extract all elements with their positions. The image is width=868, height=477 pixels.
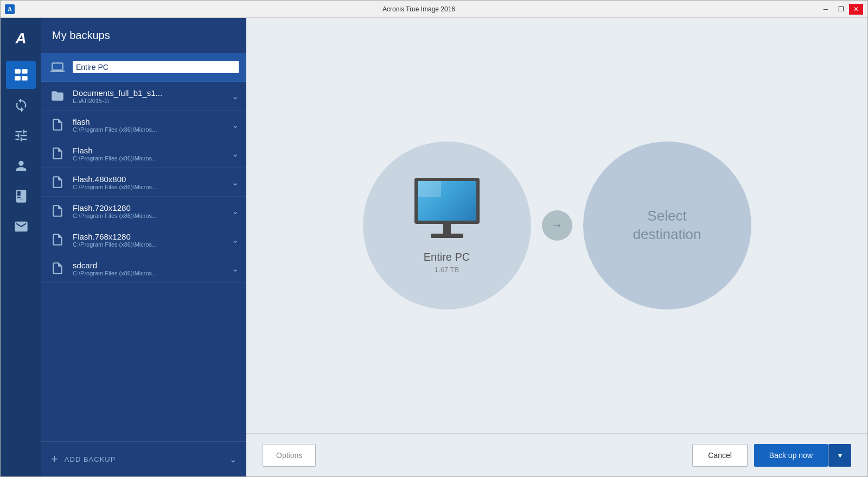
add-backup-button[interactable]: + ADD BACKUP ⌄	[41, 441, 246, 476]
sidebar-item-learn[interactable]	[6, 182, 36, 210]
backup-item-info-sdcard: sdcard C:\Program Files (x86)\Micros...	[73, 261, 227, 276]
backup-path-flash480: C:\Program Files (x86)\Micros...	[73, 184, 227, 190]
backup-item-info-flash480: Flash.480x800 C:\Program Files (x86)\Mic…	[73, 175, 227, 190]
computer-icon	[49, 59, 66, 76]
restore-button[interactable]: ❐	[834, 4, 848, 15]
options-button[interactable]: Options	[263, 444, 316, 467]
monitor-screen	[418, 181, 476, 221]
main-layout: A	[1, 18, 867, 476]
content-area: Entire PC 1.67 TB → Selectdestination	[246, 18, 867, 476]
backup-now-button[interactable]: Back up now	[754, 444, 828, 467]
source-circle: Entire PC 1.67 TB	[363, 141, 531, 310]
panel-footer-chevron: ⌄	[229, 454, 237, 465]
file-icon-flash720	[49, 202, 66, 220]
svg-rect-1	[22, 69, 27, 74]
learn-icon	[14, 189, 29, 204]
destination-circle[interactable]: Selectdestination	[583, 141, 751, 310]
expand-icon-flash720[interactable]: ⌄	[232, 206, 239, 216]
backups-icon	[14, 67, 29, 82]
sync-icon	[14, 98, 29, 113]
expand-icon-flash480[interactable]: ⌄	[232, 177, 239, 188]
add-icon: +	[51, 452, 58, 466]
expand-icon-flash-cap[interactable]: ⌄	[232, 149, 239, 159]
backup-name-flash480: Flash.480x800	[73, 175, 227, 184]
add-backup-label: ADD BACKUP	[65, 455, 116, 463]
monitor-body	[414, 178, 480, 224]
panel-title: My backups	[52, 29, 110, 42]
expand-icon-flash[interactable]: ⌄	[232, 120, 239, 130]
backup-item-info-flash768: Flash.768x1280 C:\Program Files (x86)\Mi…	[73, 232, 227, 248]
svg-rect-2	[15, 76, 20, 80]
arrow-icon: →	[551, 218, 563, 233]
app-window: A Acronis True Image 2016 ─ ❐ ✕ A	[0, 0, 868, 477]
file-icon-flash-cap	[49, 145, 66, 162]
expand-icon-flash768[interactable]: ⌄	[232, 235, 239, 245]
backup-item-flash[interactable]: flash C:\Program Files (x86)\Micros... ⌄	[41, 111, 246, 139]
backup-item-flash-cap[interactable]: Flash C:\Program Files (x86)\Micros... ⌄	[41, 139, 246, 168]
backup-name-sdcard: sdcard	[73, 261, 227, 270]
expand-icon-sdcard[interactable]: ⌄	[232, 263, 239, 274]
messages-icon	[14, 219, 29, 234]
backup-list-panel: My backups	[41, 18, 246, 476]
title-bar: A Acronis True Image 2016 ─ ❐ ✕	[1, 1, 867, 18]
file-icon-sdcard	[49, 260, 66, 277]
monitor-stand-neck	[443, 224, 451, 234]
backup-dropdown-button[interactable]: ▾	[828, 444, 851, 467]
sidebar-item-account[interactable]	[6, 152, 36, 180]
app-logo: A	[6, 23, 36, 53]
backup-item-info-flash: flash C:\Program Files (x86)\Micros...	[73, 117, 227, 133]
window-title: Acronis True Image 2016	[19, 5, 819, 13]
backup-path-flash: C:\Program Files (x86)\Micros...	[73, 126, 227, 133]
backup-visual: Entire PC 1.67 TB → Selectdestination	[246, 18, 867, 433]
backup-item-flash720[interactable]: Flash.720x1280 C:\Program Files (x86)\Mi…	[41, 197, 246, 225]
backup-name-flash: flash	[73, 117, 227, 126]
backup-path-documents: E:\ATI2015-1\	[73, 98, 227, 104]
svg-rect-3	[22, 76, 27, 80]
backup-name-flash720: Flash.720x1280	[73, 203, 227, 212]
backup-item-info-documents: Documents_full_b1_s1... E:\ATI2015-1\	[73, 88, 227, 104]
pc-icon-wrapper	[414, 178, 480, 242]
panel-header: My backups	[41, 18, 246, 53]
window-controls: ─ ❐ ✕	[819, 4, 863, 15]
sidebar-icons: A	[1, 18, 41, 476]
sidebar-item-sync[interactable]	[6, 91, 36, 119]
minimize-button[interactable]: ─	[819, 4, 833, 15]
sidebar-item-tools[interactable]	[6, 121, 36, 150]
backup-item-sdcard[interactable]: sdcard C:\Program Files (x86)\Micros... …	[41, 254, 246, 283]
backup-item-flash768[interactable]: Flash.768x1280 C:\Program Files (x86)\Mi…	[41, 225, 246, 254]
backup-path-flash720: C:\Program Files (x86)\Micros...	[73, 212, 227, 219]
expand-icon-documents[interactable]: ⌄	[232, 91, 239, 101]
backup-items-list: Documents_full_b1_s1... E:\ATI2015-1\ ⌄ …	[41, 53, 246, 441]
backup-path-flash-cap: C:\Program Files (x86)\Micros...	[73, 155, 227, 162]
folder-icon	[49, 87, 66, 105]
cancel-button[interactable]: Cancel	[692, 444, 748, 467]
backup-item-info-flash-cap: Flash C:\Program Files (x86)\Micros...	[73, 146, 227, 162]
circles-area: Entire PC 1.67 TB → Selectdestination	[363, 141, 751, 310]
backup-name-input[interactable]	[73, 61, 239, 73]
pc-monitor	[414, 178, 480, 238]
arrow-circle: →	[542, 210, 572, 241]
backup-path-sdcard: C:\Program Files (x86)\Micros...	[73, 270, 227, 276]
backup-item-info-flash720: Flash.720x1280 C:\Program Files (x86)\Mi…	[73, 203, 227, 219]
close-button[interactable]: ✕	[849, 4, 863, 15]
svg-rect-0	[15, 69, 20, 74]
backup-name-documents: Documents_full_b1_s1...	[73, 88, 227, 98]
backup-item-documents[interactable]: Documents_full_b1_s1... E:\ATI2015-1\ ⌄	[41, 82, 246, 111]
file-icon-flash	[49, 116, 66, 133]
sidebar-item-messages[interactable]	[6, 212, 36, 241]
chevron-down-icon: ▾	[838, 451, 842, 460]
monitor-stand-base	[431, 234, 463, 238]
source-label: Entire PC	[424, 251, 470, 263]
backup-item-info-entire-pc	[73, 61, 239, 73]
file-icon-flash480	[49, 173, 66, 191]
account-icon	[14, 158, 29, 173]
backup-item-flash480[interactable]: Flash.480x800 C:\Program Files (x86)\Mic…	[41, 168, 246, 197]
dest-label: Selectdestination	[633, 207, 701, 244]
file-icon-flash768	[49, 231, 66, 248]
sidebar-item-backups[interactable]	[6, 61, 36, 89]
tools-icon	[14, 128, 29, 143]
backup-name-flash-cap: Flash	[73, 146, 227, 155]
app-icon: A	[5, 4, 15, 14]
source-size: 1.67 TB	[435, 266, 459, 274]
backup-item-entire-pc[interactable]	[41, 53, 246, 82]
